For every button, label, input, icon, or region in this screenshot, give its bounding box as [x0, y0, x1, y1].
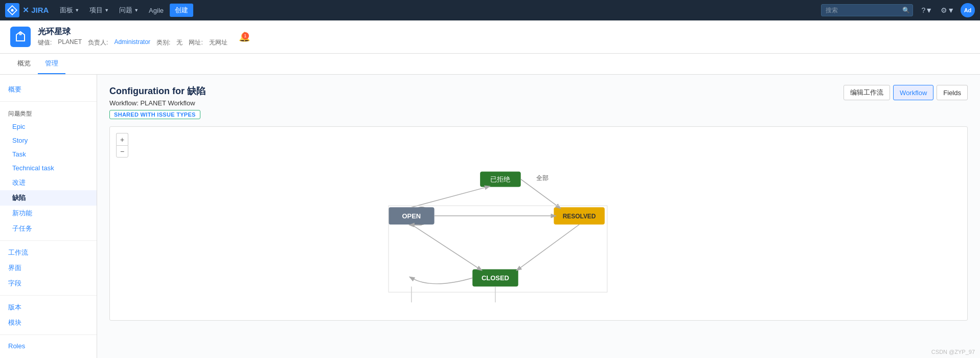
type-label: 类别:: [156, 38, 170, 47]
notification-badge: 1: [242, 32, 249, 39]
sidebar-item-technical-task[interactable]: Technical task: [0, 161, 97, 175]
project-icon: [10, 27, 31, 47]
workflow-svg: OPEN RESOLVED CLOSED 已拒绝 全部: [110, 127, 967, 320]
open-label: OPEN: [402, 212, 421, 220]
rejected-label: 已拒绝: [490, 175, 510, 183]
sidebar-item-summary[interactable]: 概要: [0, 82, 97, 97]
sidebar-item-story[interactable]: Story: [0, 133, 97, 147]
zoom-in-button[interactable]: +: [116, 133, 128, 145]
sidebar-item-version[interactable]: 版本: [0, 300, 97, 315]
help-icon[interactable]: ?▼: [919, 4, 935, 16]
sidebar-item-fields[interactable]: 字段: [0, 276, 97, 291]
resolved-to-closed-arrow: [518, 225, 579, 270]
config-title: Configuration for 缺陷: [109, 85, 968, 97]
search-icon: 🔍: [902, 7, 910, 14]
workflow-tab-button[interactable]: Workflow: [893, 85, 933, 100]
key-value: PLANET: [58, 38, 82, 47]
nav-board[interactable]: 面板 ▼: [56, 4, 83, 17]
zoom-out-button[interactable]: −: [116, 145, 128, 158]
closed-label: CLOSED: [482, 274, 509, 282]
search-input[interactable]: [821, 4, 913, 16]
sidebar-item-roles[interactable]: Roles: [0, 339, 97, 353]
settings-icon[interactable]: ⚙▼: [939, 4, 956, 16]
zoom-controls: + −: [116, 133, 128, 158]
user-avatar[interactable]: Ad: [961, 3, 975, 17]
url-value: 无网址: [209, 38, 227, 47]
notification-wrapper[interactable]: 🔔 1: [239, 31, 250, 42]
url-label: 网址:: [189, 38, 202, 47]
subnav-manage[interactable]: 管理: [38, 54, 65, 74]
action-buttons: 编辑工作流 Workflow Fields: [844, 85, 968, 100]
nav-icons: ?▼ ⚙▼ Ad: [919, 3, 975, 17]
rejected-to-resolved-arrow: [521, 179, 559, 207]
closed-to-open-arrow: [412, 278, 472, 283]
main-content: 编辑工作流 Workflow Fields Configuration for …: [97, 75, 980, 358]
sidebar-item-bug[interactable]: 缺陷: [0, 190, 97, 206]
shared-text: SHARED WITH: [114, 111, 155, 118]
sidebar-item-subtask[interactable]: 子任务: [0, 221, 97, 236]
edit-workflow-button[interactable]: 编辑工作流: [844, 85, 890, 100]
resolved-label: RESOLVED: [563, 213, 596, 220]
top-navigation: ✕ JIRA 面板 ▼ 项目 ▼ 问题 ▼ Agile 创建 🔍 ?▼ ⚙▼ A…: [0, 0, 980, 20]
all-label: 全部: [536, 174, 549, 182]
shared-badge[interactable]: SHARED WITH ISSUE TYPES: [109, 110, 200, 119]
jira-logo[interactable]: ✕ JIRA: [5, 3, 49, 17]
config-subtitle: Workflow: PLANET Workflow: [109, 99, 968, 107]
svg-point-1: [11, 9, 13, 11]
workflow-diagram: + − OPEN RESOLVED CLOSED 已拒绝: [109, 126, 968, 321]
project-info: 光环星球 键值: PLANET 负责人: Administrator 类别: 无…: [38, 27, 227, 47]
type-value: 无: [176, 38, 183, 47]
sidebar-item-epic[interactable]: Epic: [0, 120, 97, 133]
subnav-overview[interactable]: 概览: [10, 54, 38, 74]
watermark: CSDN @ZYP_97: [931, 349, 975, 355]
project-header: 光环星球 键值: PLANET 负责人: Administrator 类别: 无…: [0, 20, 980, 54]
open-to-closed-arrow: [412, 225, 480, 270]
nav-agile[interactable]: Agile: [145, 5, 168, 16]
config-header: Configuration for 缺陷 Workflow: PLANET Wo…: [109, 85, 968, 119]
key-label: 键值:: [38, 38, 52, 47]
sidebar-item-task[interactable]: Task: [0, 147, 97, 161]
sub-navigation: 概览 管理: [0, 54, 980, 75]
owner-label: 负责人:: [88, 38, 108, 47]
sidebar-item-improvement[interactable]: 改进: [0, 175, 97, 190]
owner-name[interactable]: Administrator: [114, 38, 150, 47]
fields-tab-button[interactable]: Fields: [937, 85, 968, 100]
create-button[interactable]: 创建: [170, 4, 193, 17]
svg-point-2: [19, 32, 22, 35]
search-wrapper: 🔍: [821, 4, 913, 16]
nav-issues[interactable]: 问题 ▼: [115, 4, 143, 17]
sidebar-item-workflow[interactable]: 工作流: [0, 245, 97, 260]
project-meta: 键值: PLANET 负责人: Administrator 类别: 无 网址: …: [38, 38, 227, 47]
open-to-rejected-arrow: [412, 187, 488, 207]
project-name: 光环星球: [38, 27, 227, 37]
sidebar-section-issue-types: 问题类型: [0, 106, 97, 120]
sidebar-item-module[interactable]: 模块: [0, 315, 97, 330]
main-layout: 概要 问题类型 Epic Story Task Technical task 改…: [0, 75, 980, 358]
sidebar-item-interface[interactable]: 界面: [0, 260, 97, 276]
sidebar: 概要 问题类型 Epic Story Task Technical task 改…: [0, 75, 97, 358]
nav-project[interactable]: 项目 ▼: [85, 4, 113, 17]
jira-label: ✕ JIRA: [22, 6, 49, 15]
sidebar-item-new-feature[interactable]: 新功能: [0, 206, 97, 221]
shared-link[interactable]: ISSUE TYPES: [157, 111, 195, 118]
